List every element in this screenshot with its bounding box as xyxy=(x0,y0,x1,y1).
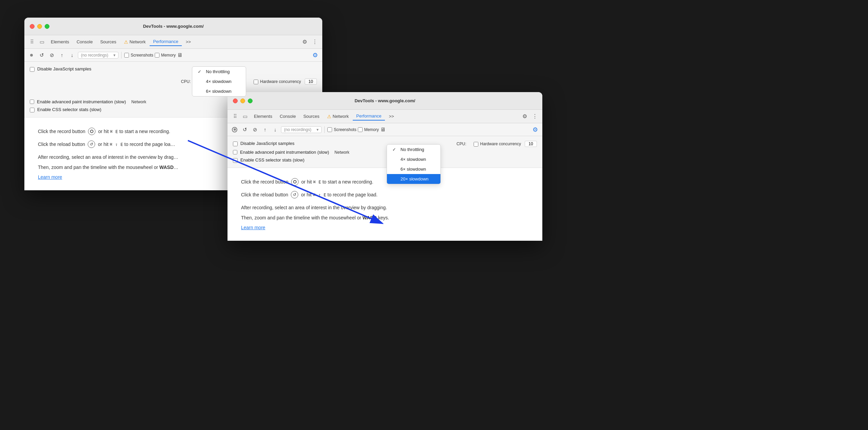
record-circle-2 xyxy=(232,127,237,132)
inspector-icon[interactable]: ⠿ xyxy=(27,37,37,47)
monitor-icon-1: 🖥 xyxy=(177,52,182,58)
screenshots-input-1[interactable] xyxy=(124,53,129,58)
maximize-button-2[interactable] xyxy=(248,99,253,103)
memory-checkbox-1[interactable]: Memory xyxy=(155,53,176,58)
css-selector-checkbox-2[interactable] xyxy=(233,158,238,163)
tab-more-2[interactable]: >> xyxy=(386,112,397,120)
record-text-2: Click the record button xyxy=(241,179,288,185)
tab-elements-2[interactable]: Elements xyxy=(251,112,276,120)
disable-js-checkbox-1[interactable] xyxy=(30,67,35,72)
6x-label-2: 6× slowdown xyxy=(400,167,426,172)
reload-icon-btn-1[interactable]: ↺ xyxy=(88,141,95,148)
maximize-button-1[interactable] xyxy=(45,24,49,29)
clear-button-2[interactable]: ⊘ xyxy=(251,125,259,134)
more-options-icon-2[interactable]: ⋮ xyxy=(530,112,540,121)
tab-console-1[interactable]: Console xyxy=(73,38,96,46)
reload-text-1: Click the reload button xyxy=(38,142,85,147)
tab-performance-2[interactable]: Performance xyxy=(353,112,385,121)
close-button-2[interactable] xyxy=(233,99,238,103)
20x-slowdown-item-2[interactable]: 20× slowdown xyxy=(387,174,440,184)
minimize-button-2[interactable] xyxy=(240,99,245,103)
settings-gear-blue-1[interactable]: ⚙ xyxy=(311,51,320,60)
monitor-icon-2: 🖥 xyxy=(380,127,386,133)
device-icon-2[interactable]: ▭ xyxy=(240,112,250,121)
reload-suffix-2: or hit ⌘ ⇧ E to record the page load. xyxy=(301,192,377,197)
tab-console-2[interactable]: Console xyxy=(276,112,299,120)
css-selector-checkbox-1[interactable] xyxy=(30,108,35,112)
memory-checkbox-2[interactable]: Memory xyxy=(358,127,379,132)
settings-gear-blue-2[interactable]: ⚙ xyxy=(531,125,540,134)
dropdown-arrow-2: ▾ xyxy=(317,127,319,132)
warning-icon-2: ⚠ xyxy=(327,114,331,119)
settings-icon-2[interactable]: ⚙ xyxy=(520,112,529,121)
reload-button-2[interactable]: ↺ xyxy=(240,125,249,134)
more-options-icon-1[interactable]: ⋮ xyxy=(310,37,320,47)
screenshots-checkbox-1[interactable]: Screenshots xyxy=(124,53,153,58)
after-text2-2: Then, zoom and pan the timeline with the… xyxy=(241,214,437,221)
tab-sources-2[interactable]: Sources xyxy=(300,112,323,120)
memory-input-1[interactable] xyxy=(155,53,159,58)
recordings-select-1[interactable]: (no recordings) ▾ xyxy=(78,52,118,59)
reload-suffix-1: or hit ⌘ ⇧ E to record the page loa… xyxy=(98,142,175,147)
hw-checkbox-1[interactable] xyxy=(254,80,258,84)
recordings-placeholder-1: (no recordings) xyxy=(81,53,108,58)
6x-slowdown-item-1[interactable]: 6× slowdown xyxy=(192,86,246,96)
minimize-button-1[interactable] xyxy=(37,24,42,29)
inspector-icon-2[interactable]: ⠿ xyxy=(230,112,240,121)
record-button-2[interactable] xyxy=(230,125,239,134)
record-icon-btn-1[interactable] xyxy=(88,128,95,135)
reload-text-2: Click the reload button xyxy=(241,192,288,197)
tab-network-2[interactable]: ⚠ Network xyxy=(324,112,352,121)
clear-button-1[interactable]: ⊘ xyxy=(47,51,56,60)
after-text-1: After recording, select an area of inter… xyxy=(38,153,234,161)
dropdown-arrow-1: ▾ xyxy=(113,53,115,58)
no-throttling-item-2[interactable]: ✓ No throttling xyxy=(387,145,440,154)
css-selector-label-2: Enable CSS selector stats (slow) xyxy=(240,157,304,163)
recordings-select-2[interactable]: (no recordings) ▾ xyxy=(281,126,322,133)
record-suffix-1: or hit ⌘ E to start a new recording. xyxy=(98,129,170,134)
reload-icon-btn-2[interactable]: ↺ xyxy=(291,191,298,198)
cpu-dropdown-1[interactable]: ✓ No throttling 4× slowdown 6× slowdown xyxy=(192,66,246,96)
cpu-dropdown-2[interactable]: ✓ No throttling 4× slowdown 6× slowdown xyxy=(387,144,441,184)
hw-value-2[interactable] xyxy=(525,141,537,147)
download-button-2[interactable]: ↓ xyxy=(271,125,280,134)
screenshots-checkbox-2[interactable]: Screenshots xyxy=(327,127,356,132)
tab-sources-1[interactable]: Sources xyxy=(97,38,120,46)
css-selector-label-1: Enable CSS selector stats (slow) xyxy=(37,107,101,112)
learn-more-link-1[interactable]: Learn more xyxy=(38,174,62,180)
4x-slowdown-item-1[interactable]: 4× slowdown xyxy=(192,77,246,86)
memory-label-2: Memory xyxy=(364,127,379,132)
advanced-paint-checkbox-1[interactable] xyxy=(30,100,34,104)
learn-more-link-2[interactable]: Learn more xyxy=(241,225,265,230)
4x-slowdown-item-2[interactable]: 4× slowdown xyxy=(387,154,440,164)
cpu-label-1: CPU: xyxy=(181,79,191,84)
tab-network-1[interactable]: ⚠ Network xyxy=(121,38,149,46)
reload-button-1[interactable]: ↺ xyxy=(37,51,46,60)
advanced-paint-checkbox-2[interactable] xyxy=(233,150,237,154)
hw-value-1[interactable] xyxy=(305,79,317,85)
disable-js-row-2: Disable JavaScript samples CPU: ✓ No thr… xyxy=(233,139,537,148)
record-button-1[interactable] xyxy=(27,51,36,60)
no-throttling-item-1[interactable]: ✓ No throttling xyxy=(192,67,246,77)
titlebar-1: DevTools - www.google.com/ xyxy=(24,18,322,35)
hardware-concurrency-1[interactable]: Hardware concurrency xyxy=(254,79,317,85)
hw-checkbox-2[interactable] xyxy=(474,142,478,147)
no-throttling-label-2: No throttling xyxy=(400,147,424,152)
screenshots-input-2[interactable] xyxy=(327,127,332,132)
device-icon[interactable]: ▭ xyxy=(37,37,47,47)
hardware-concurrency-2[interactable]: Hardware concurrency xyxy=(474,141,537,147)
warning-icon: ⚠ xyxy=(124,39,128,45)
tab-elements-1[interactable]: Elements xyxy=(47,38,72,46)
disable-js-checkbox-2[interactable] xyxy=(233,142,238,146)
6x-slowdown-item-2[interactable]: 6× slowdown xyxy=(387,164,440,174)
tab-more-1[interactable]: >> xyxy=(182,38,194,46)
titlebar-2: DevTools - www.google.com/ xyxy=(227,92,542,110)
memory-input-2[interactable] xyxy=(358,127,363,132)
record-icon-btn-2[interactable] xyxy=(291,178,299,186)
upload-button-2[interactable]: ↑ xyxy=(261,125,269,134)
settings-icon-1[interactable]: ⚙ xyxy=(300,37,309,47)
upload-button-1[interactable]: ↑ xyxy=(58,51,66,60)
download-button-1[interactable]: ↓ xyxy=(68,51,77,60)
tab-performance-1[interactable]: Performance xyxy=(150,38,181,46)
close-button-1[interactable] xyxy=(30,24,35,29)
